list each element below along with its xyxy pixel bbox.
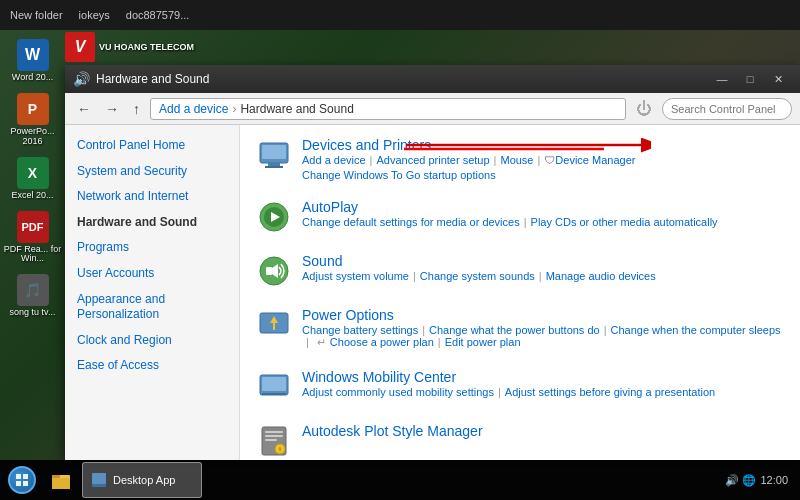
svg-rect-22	[265, 435, 283, 437]
sidebar: Control Panel Home System and Security N…	[65, 125, 240, 460]
start-button[interactable]	[4, 462, 40, 498]
devices-link-wintogo[interactable]: Change Windows To Go startup options	[302, 169, 496, 181]
power-link-battery[interactable]: Change battery settings	[302, 324, 418, 336]
desktop-icon-excel[interactable]: X Excel 20...	[0, 153, 65, 205]
sidebar-item-clock[interactable]: Clock and Region	[65, 328, 239, 354]
window-controls: — □ ✕	[708, 69, 792, 89]
sidebar-item-home[interactable]: Control Panel Home	[65, 133, 239, 159]
sidebar-item-programs[interactable]: Programs	[65, 235, 239, 261]
power-icon[interactable]: ⏻	[632, 98, 656, 120]
address-path[interactable]: Add a device › Hardware and Sound	[150, 98, 626, 120]
path-control-panel[interactable]: Add a device	[159, 102, 228, 116]
up-button[interactable]: ↑	[129, 99, 144, 119]
svg-rect-21	[265, 431, 283, 433]
svg-rect-5	[262, 145, 286, 159]
back-button[interactable]: ←	[73, 99, 95, 119]
power-link-sleep[interactable]: Change when the computer sleeps	[611, 324, 781, 336]
minimize-button[interactable]: —	[708, 69, 736, 89]
taskbar-doc[interactable]: doc887579...	[120, 7, 196, 23]
autodesk-plot-icon	[256, 423, 292, 459]
sidebar-item-users[interactable]: User Accounts	[65, 261, 239, 287]
devices-icon	[256, 137, 292, 173]
svg-rect-18	[262, 377, 286, 391]
content-area: Control Panel Home System and Security N…	[65, 125, 800, 460]
sidebar-item-system[interactable]: System and Security	[65, 159, 239, 185]
svg-rect-34	[23, 481, 28, 486]
svg-rect-38	[92, 473, 106, 484]
bottom-taskbar: Desktop App 🔊 🌐 12:00	[0, 460, 800, 500]
sound-details: Sound Adjust system volume | Change syst…	[302, 253, 784, 282]
path-current: Hardware and Sound	[240, 102, 353, 116]
tray-icons: 🔊 🌐	[725, 474, 756, 487]
sound-title[interactable]: Sound	[302, 253, 784, 269]
mobility-links: Adjust commonly used mobility settings |…	[302, 386, 784, 398]
taskbar-new-folder[interactable]: New folder	[4, 7, 69, 23]
sound-links: Adjust system volume | Change system sou…	[302, 270, 784, 282]
autoplay-title[interactable]: AutoPlay	[302, 199, 784, 215]
svg-rect-19	[262, 393, 286, 395]
sound-link-audio[interactable]: Manage audio devices	[546, 270, 656, 282]
mobility-link-presentation[interactable]: Adjust settings before giving a presenta…	[505, 386, 715, 398]
power-link-choose[interactable]: Choose a power plan	[330, 336, 434, 351]
power-details: Power Options Change battery settings | …	[302, 307, 784, 351]
power-link-buttons[interactable]: Change what the power buttons do	[429, 324, 600, 336]
top-taskbar: New folder iokeys doc887579...	[0, 0, 800, 30]
window-titlebar: 🔊 Hardware and Sound — □ ✕	[65, 65, 800, 93]
taskbar-top-items: New folder iokeys doc887579...	[0, 7, 199, 23]
maximize-button[interactable]: □	[736, 69, 764, 89]
taskbar-pinned	[42, 461, 80, 499]
main-content: Devices and Printers Add a device | Adva…	[240, 125, 800, 460]
svg-rect-33	[16, 481, 21, 486]
section-power: Power Options Change battery settings | …	[256, 307, 784, 351]
close-button[interactable]: ✕	[764, 69, 792, 89]
sound-link-volume[interactable]: Adjust system volume	[302, 270, 409, 282]
svg-rect-7	[265, 166, 283, 168]
taskbar-app-desktop-label: Desktop App	[113, 474, 175, 486]
desktop-icon-word[interactable]: W Word 20...	[0, 35, 65, 87]
devices-link-add[interactable]: Add a device	[302, 154, 366, 169]
autoplay-link-play[interactable]: Play CDs or other media automatically	[531, 216, 718, 228]
start-circle	[8, 466, 36, 494]
forward-button[interactable]: →	[101, 99, 123, 119]
control-panel-window: 🔊 Hardware and Sound — □ ✕ ← → ↑ Add a d…	[65, 65, 800, 460]
system-tray: 🔊 🌐 12:00	[717, 474, 796, 487]
brand-name: VU HOANG TELECOM	[99, 42, 194, 52]
red-arrow-line	[401, 135, 651, 158]
sound-link-sounds[interactable]: Change system sounds	[420, 270, 535, 282]
desktop-icon-pdf[interactable]: PDF PDF Rea... for Win...	[0, 207, 65, 269]
section-autodesk-plot: Autodesk Plot Style Manager	[256, 423, 784, 459]
power-title[interactable]: Power Options	[302, 307, 784, 323]
svg-rect-37	[52, 475, 60, 478]
svg-rect-13	[266, 267, 272, 275]
sidebar-item-ease[interactable]: Ease of Access	[65, 353, 239, 379]
titlebar-left: 🔊 Hardware and Sound	[73, 71, 209, 87]
svg-rect-31	[16, 474, 21, 479]
mobility-title[interactable]: Windows Mobility Center	[302, 369, 784, 385]
mobility-icon	[256, 369, 292, 405]
power-link-edit[interactable]: Edit power plan	[445, 336, 521, 351]
power-links: Change battery settings | Change what th…	[302, 324, 784, 351]
sound-icon	[256, 253, 292, 289]
section-mobility: Windows Mobility Center Adjust commonly …	[256, 369, 784, 405]
sidebar-item-network[interactable]: Network and Internet	[65, 184, 239, 210]
sidebar-item-appearance[interactable]: Appearance and Personalization	[65, 287, 239, 328]
svg-rect-36	[52, 478, 70, 489]
taskbar-iokeys[interactable]: iokeys	[73, 7, 116, 23]
svg-rect-6	[268, 163, 280, 166]
tray-time: 12:00	[760, 474, 788, 486]
window-icon: 🔊	[73, 71, 90, 87]
svg-rect-23	[265, 439, 277, 441]
autoplay-link-default[interactable]: Change default settings for media or dev…	[302, 216, 520, 228]
section-autoplay: AutoPlay Change default settings for med…	[256, 199, 784, 235]
taskbar-app-desktop[interactable]: Desktop App	[82, 462, 202, 498]
search-input[interactable]	[662, 98, 792, 120]
svg-rect-39	[92, 484, 106, 487]
taskbar-file-explorer[interactable]	[42, 461, 80, 499]
autodesk-plot-title[interactable]: Autodesk Plot Style Manager	[302, 423, 784, 439]
desktop-icon-powerpoint[interactable]: P PowerPo... 2016	[0, 89, 65, 151]
desktop-icon-misc[interactable]: 🎵 song tu tv...	[0, 270, 65, 322]
taskbar-apps: Desktop App	[82, 462, 715, 498]
mobility-link-adjust[interactable]: Adjust commonly used mobility settings	[302, 386, 494, 398]
autoplay-links: Change default settings for media or dev…	[302, 216, 784, 228]
autoplay-details: AutoPlay Change default settings for med…	[302, 199, 784, 228]
